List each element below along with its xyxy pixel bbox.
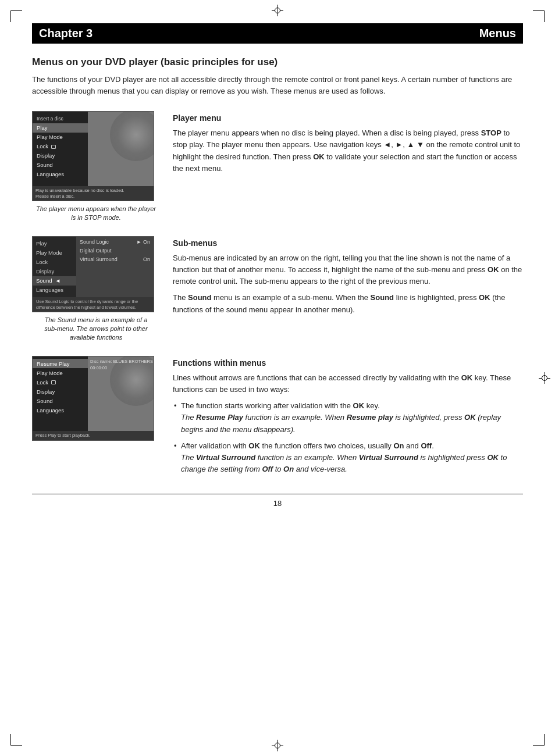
screen-caption-2: The Sound menu is an example of a sub-me… bbox=[32, 316, 160, 342]
resume-item-sound: Sound bbox=[33, 396, 88, 405]
dvd-screen-2: Play Play Mode Lock Display Sound ◄ Lang… bbox=[32, 236, 154, 313]
dvd-right-area-3: Disc name: BLUES BROTHERS 00:00:00 bbox=[88, 356, 154, 431]
disc-background bbox=[110, 111, 154, 161]
dvd-menu-item-playmode: Play Mode bbox=[33, 133, 88, 142]
resume-item-resumeplay: Resume Play bbox=[33, 359, 88, 368]
dvd-status-text-1: Play is unavailable because no disc is l… bbox=[33, 186, 154, 201]
dvd-submenu-list: Play Play Mode Lock Display Sound ◄ Lang… bbox=[33, 237, 76, 297]
chapter-header: Chapter 3 Menus bbox=[32, 23, 523, 44]
corner-mark-tl bbox=[10, 10, 22, 22]
registration-cross-right bbox=[539, 372, 550, 384]
player-menu-right: Player menu The player menu appears when… bbox=[173, 111, 523, 179]
registration-cross-bottom bbox=[272, 740, 283, 751]
functions-left: Resume Play Play Mode Lock Display Sound… bbox=[32, 356, 160, 441]
functions-intro: Lines without arrows are functions that … bbox=[173, 372, 523, 395]
registration-cross-top bbox=[272, 5, 283, 16]
corner-mark-tr bbox=[533, 10, 545, 22]
functions-heading: Functions within menus bbox=[173, 358, 523, 368]
resume-item-lock: Lock bbox=[33, 377, 88, 387]
sub-panel-virtual: Virtual SurroundOn bbox=[76, 255, 154, 264]
sub-panel-soundlogic: Sound Logic► On bbox=[76, 238, 154, 247]
player-menu-body: The player menu appears when no disc is … bbox=[173, 127, 523, 174]
dvd-menu-item-languages: Languages bbox=[33, 170, 88, 179]
corner-mark-br bbox=[533, 734, 545, 746]
resume-item-display: Display bbox=[33, 387, 88, 396]
sub-menus-right: Sub-menus Sub-menus are indicated by an … bbox=[173, 236, 523, 320]
intro-paragraph: The functions of your DVD player are not… bbox=[32, 74, 523, 97]
dvd-resume-list: Resume Play Play Mode Lock Display Sound… bbox=[33, 356, 88, 431]
resume-item-playmode: Play Mode bbox=[33, 368, 88, 377]
dvd-status-text-3: Press Play to start playback. bbox=[33, 431, 154, 440]
chapter-number: Chapter 3 bbox=[39, 27, 92, 40]
disc-name: Disc name: BLUES BROTHERS bbox=[90, 359, 153, 365]
sub-item-play: Play bbox=[33, 239, 76, 248]
functions-section: Resume Play Play Mode Lock Display Sound… bbox=[32, 356, 523, 480]
sub-item-lock: Lock bbox=[33, 258, 76, 267]
dvd-right-area-1 bbox=[88, 112, 154, 186]
page-content: Chapter 3 Menus Menus on your DVD player… bbox=[32, 23, 523, 508]
player-menu-section: Insert a disc Play Play Mode Lock Displa… bbox=[32, 111, 523, 222]
sub-item-sound: Sound ◄ bbox=[33, 276, 76, 286]
dvd-menu-list-1: Insert a disc Play Play Mode Lock Displa… bbox=[33, 112, 88, 186]
resume-item-languages: Languages bbox=[33, 405, 88, 415]
player-menu-heading: Player menu bbox=[173, 113, 523, 123]
sub-item-languages: Languages bbox=[33, 286, 76, 295]
sub-menus-section: Play Play Mode Lock Display Sound ◄ Lang… bbox=[32, 236, 523, 342]
section-title: Menus on your DVD player (basic principl… bbox=[32, 56, 523, 68]
player-menu-left: Insert a disc Play Play Mode Lock Displa… bbox=[32, 111, 160, 222]
dvd-menu-item-lock: Lock bbox=[33, 142, 88, 151]
sub-menus-body2: The Sound menu is an example of a sub-me… bbox=[173, 292, 523, 315]
sub-panel-digital: Digital Output bbox=[76, 247, 154, 255]
dvd-sub-panel: Sound Logic► On Digital Output Virtual S… bbox=[76, 237, 154, 297]
sub-menus-left: Play Play Mode Lock Display Sound ◄ Lang… bbox=[32, 236, 160, 342]
dvd-menu-item-sound: Sound bbox=[33, 161, 88, 170]
sub-menus-heading: Sub-menus bbox=[173, 238, 523, 248]
dvd-screen-3: Resume Play Play Mode Lock Display Sound… bbox=[32, 356, 154, 441]
screen-caption-1: The player menu appears when the player … bbox=[32, 205, 160, 222]
sub-item-display: Display bbox=[33, 267, 76, 276]
bullet-item-1: The function starts working after valida… bbox=[173, 400, 523, 435]
functions-right: Functions within menus Lines without arr… bbox=[173, 356, 523, 480]
sub-item-playmode: Play Mode bbox=[33, 248, 76, 258]
dvd-menu-item-display: Display bbox=[33, 151, 88, 161]
bullet-item-2: After validation with OK the function of… bbox=[173, 440, 523, 475]
corner-mark-bl bbox=[10, 734, 22, 746]
dvd-menu-item-play: Play bbox=[33, 123, 88, 133]
disc-time: 00:00:00 bbox=[90, 365, 153, 372]
page-number: 18 bbox=[32, 494, 523, 508]
dvd-screen-1: Insert a disc Play Play Mode Lock Displa… bbox=[32, 111, 154, 201]
dvd-submenu-status: Use Sound Logic to control the dynamic r… bbox=[33, 297, 154, 312]
chapter-name: Menus bbox=[479, 27, 516, 40]
sub-menus-body1: Sub-menus are indicated by an arrow on t… bbox=[173, 252, 523, 287]
dvd-menu-info-line: Insert a disc bbox=[33, 114, 88, 123]
